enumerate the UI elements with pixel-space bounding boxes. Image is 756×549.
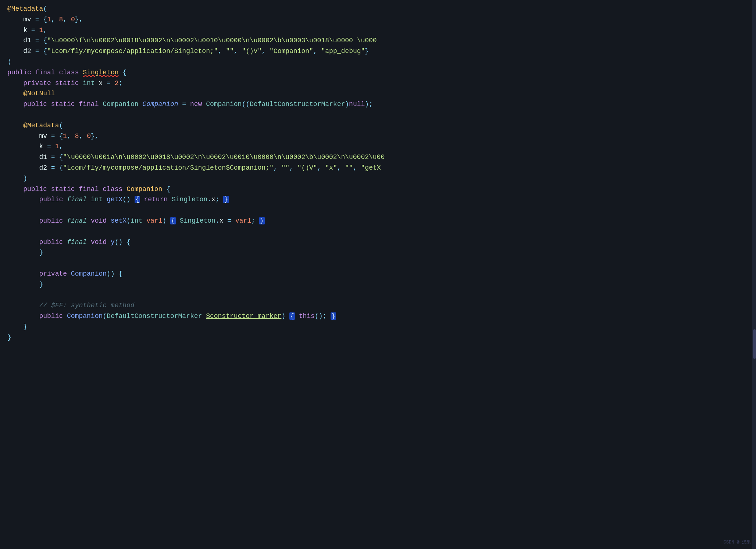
code-line-32: } bbox=[0, 332, 756, 343]
line-content-16: d2 = {"Lcom/fly/mycompose/application/Si… bbox=[7, 163, 749, 173]
code-line-10: public static final Companion Companion … bbox=[0, 99, 756, 110]
code-line-17: ) bbox=[0, 173, 756, 184]
code-line-31: } bbox=[0, 322, 756, 332]
line-content-24: } bbox=[7, 247, 749, 258]
line-content-3: k = 1, bbox=[7, 25, 749, 36]
code-line-18: public static final class Companion { bbox=[0, 184, 756, 195]
line-content-14: k = 1, bbox=[7, 141, 749, 152]
line-content-1: @Metadata( bbox=[7, 4, 749, 14]
line-content-27: } bbox=[7, 279, 749, 290]
line-content-19: public final int getX() { return Singlet… bbox=[7, 194, 749, 205]
line-content-31: } bbox=[7, 322, 749, 332]
scrollbar-thumb[interactable] bbox=[753, 329, 756, 359]
code-line-21: public final void setX(int var1) { Singl… bbox=[0, 216, 756, 226]
line-content-20 bbox=[7, 205, 749, 216]
line-content-12: @Metadata( bbox=[7, 120, 749, 131]
line-content-23: public final void y() { bbox=[7, 237, 749, 248]
line-content-32: } bbox=[7, 332, 749, 343]
line-content-9: @NotNull bbox=[7, 88, 749, 99]
line-content-2: mv = {1, 8, 0}, bbox=[7, 14, 749, 25]
code-line-27: } bbox=[0, 279, 756, 290]
line-content-11 bbox=[7, 110, 749, 120]
line-content-15: d1 = {"\u0000\u001a\n\u0002\u0018\u0002\… bbox=[7, 152, 749, 163]
line-content-13: mv = {1, 8, 0}, bbox=[7, 131, 749, 142]
code-line-24: } bbox=[0, 247, 756, 258]
code-editor: @Metadata( mv = {1, 8, 0}, k = 1, d1 = {… bbox=[0, 0, 756, 549]
code-line-14: k = 1, bbox=[0, 141, 756, 152]
line-content-21: public final void setX(int var1) { Singl… bbox=[7, 216, 749, 226]
code-line-22 bbox=[0, 226, 756, 237]
code-line-6: ) bbox=[0, 57, 756, 67]
line-content-30: public Companion(DefaultConstructorMarke… bbox=[7, 311, 749, 322]
watermark: CSDN @ 汉果 bbox=[724, 539, 751, 546]
code-line-25 bbox=[0, 258, 756, 269]
line-content-7: public final class Singleton { bbox=[7, 67, 749, 78]
code-line-19: public final int getX() { return Singlet… bbox=[0, 194, 756, 205]
line-content-4: d1 = {"\u0000\f\n\u0002\u0018\u0002\n\u0… bbox=[7, 35, 749, 46]
line-content-22 bbox=[7, 226, 749, 237]
line-content-6: ) bbox=[7, 57, 749, 67]
line-content-8: private static int x = 2; bbox=[7, 78, 749, 89]
code-line-15: d1 = {"\u0000\u001a\n\u0002\u0018\u0002\… bbox=[0, 152, 756, 163]
code-line-13: mv = {1, 8, 0}, bbox=[0, 131, 756, 142]
code-line-23: public final void y() { bbox=[0, 237, 756, 248]
code-line-28 bbox=[0, 290, 756, 301]
code-line-16: d2 = {"Lcom/fly/mycompose/application/Si… bbox=[0, 163, 756, 173]
code-line-3: k = 1, bbox=[0, 25, 756, 36]
code-line-11 bbox=[0, 110, 756, 120]
line-content-28 bbox=[7, 290, 749, 301]
line-content-10: public static final Companion Companion … bbox=[7, 99, 749, 110]
code-line-26: private Companion() { bbox=[0, 269, 756, 279]
line-content-18: public static final class Companion { bbox=[7, 184, 749, 195]
line-content-5: d2 = {"Lcom/fly/mycompose/application/Si… bbox=[7, 46, 749, 57]
line-content-26: private Companion() { bbox=[7, 269, 749, 279]
code-line-2: mv = {1, 8, 0}, bbox=[0, 14, 756, 25]
vertical-scrollbar[interactable] bbox=[752, 0, 756, 549]
line-content-25 bbox=[7, 258, 749, 269]
code-line-4: d1 = {"\u0000\f\n\u0002\u0018\u0002\n\u0… bbox=[0, 35, 756, 46]
code-line-9: @NotNull bbox=[0, 88, 756, 99]
code-line-5: d2 = {"Lcom/fly/mycompose/application/Si… bbox=[0, 46, 756, 57]
code-line-12: @Metadata( bbox=[0, 120, 756, 131]
code-line-29: // $FF: synthetic method bbox=[0, 300, 756, 311]
code-line-7: public final class Singleton { bbox=[0, 67, 756, 78]
line-content-17: ) bbox=[7, 173, 749, 184]
line-content-29: // $FF: synthetic method bbox=[7, 300, 749, 311]
code-line-1: @Metadata( bbox=[0, 4, 756, 14]
code-line-30: public Companion(DefaultConstructorMarke… bbox=[0, 311, 756, 322]
code-line-20 bbox=[0, 205, 756, 216]
code-line-8: private static int x = 2; bbox=[0, 78, 756, 89]
